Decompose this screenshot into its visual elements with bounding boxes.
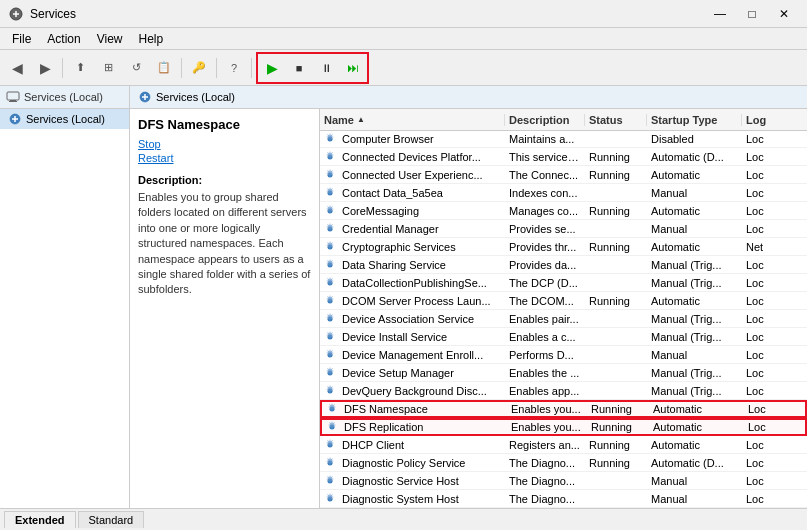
service-startup: Automatic (D...	[647, 151, 742, 163]
description-text: Enables you to group shared folders loca…	[138, 190, 311, 298]
service-startup: Manual (Trig...	[647, 277, 742, 289]
forward-button[interactable]: ▶	[32, 55, 58, 81]
stop-service-button[interactable]: ■	[286, 55, 312, 81]
toolbar: ◀ ▶ ⬆ ⊞ ↺ 📋 🔑 ? ▶ ■ ⏸ ⏭	[0, 50, 807, 86]
service-log: Loc	[742, 331, 782, 343]
service-description: Provides se...	[505, 223, 585, 235]
service-description: Maintains a...	[505, 133, 585, 145]
service-log: Loc	[742, 169, 782, 181]
service-log: Loc	[742, 367, 782, 379]
service-control-group: ▶ ■ ⏸ ⏭	[256, 52, 369, 84]
start-service-button[interactable]: ▶	[259, 55, 285, 81]
service-description: Enables pair...	[505, 313, 585, 325]
table-row[interactable]: Diagnostic Service HostThe Diagno...Manu…	[320, 472, 807, 490]
service-icon	[323, 204, 337, 218]
service-name: DHCP Client	[340, 439, 505, 451]
service-icon	[323, 330, 337, 344]
header-description[interactable]: Description	[505, 114, 585, 126]
services-list[interactable]: Computer BrowserMaintains a...DisabledLo…	[320, 131, 807, 508]
export-button[interactable]: 📋	[151, 55, 177, 81]
service-startup: Automatic	[647, 205, 742, 217]
table-row[interactable]: Connected Devices Platfor...This service…	[320, 148, 807, 166]
table-row[interactable]: Device Setup ManagerEnables the ...Manua…	[320, 364, 807, 382]
header-name[interactable]: Name ▲	[320, 114, 505, 126]
service-status: Running	[585, 169, 647, 181]
header-status[interactable]: Status	[585, 114, 647, 126]
stop-link[interactable]: Stop	[138, 138, 311, 150]
table-row[interactable]: Contact Data_5a5eaIndexes con...ManualLo…	[320, 184, 807, 202]
service-log: Loc	[742, 493, 782, 505]
table-row[interactable]: Device Association ServiceEnables pair..…	[320, 310, 807, 328]
table-row[interactable]: Cryptographic ServicesProvides thr...Run…	[320, 238, 807, 256]
table-row[interactable]: Credential ManagerProvides se...ManualLo…	[320, 220, 807, 238]
menu-file[interactable]: File	[4, 30, 39, 48]
table-row[interactable]: DevQuery Background Disc...Enables app..…	[320, 382, 807, 400]
restart-service-button[interactable]: ⏭	[340, 55, 366, 81]
service-status: Running	[585, 439, 647, 451]
table-row[interactable]: DataCollectionPublishingSe...The DCP (D.…	[320, 274, 807, 292]
title-bar-left: Services	[8, 6, 76, 22]
table-row[interactable]: CoreMessagingManages co...RunningAutomat…	[320, 202, 807, 220]
show-hide-button[interactable]: ⊞	[95, 55, 121, 81]
up-button[interactable]: ⬆	[67, 55, 93, 81]
table-row[interactable]: Connected User Experienc...The Connec...…	[320, 166, 807, 184]
service-icon	[323, 222, 337, 236]
service-status: Running	[585, 295, 647, 307]
tab-standard[interactable]: Standard	[78, 511, 145, 528]
left-panel: Services (Local) Services (Local)	[0, 86, 130, 508]
service-log: Loc	[742, 385, 782, 397]
table-row[interactable]: DFS NamespaceEnables you...RunningAutoma…	[320, 400, 807, 418]
title-bar: Services — □ ✕	[0, 0, 807, 28]
services-header-icon	[138, 90, 152, 104]
table-row[interactable]: DFS ReplicationEnables you...RunningAuto…	[320, 418, 807, 436]
service-icon	[323, 168, 337, 182]
service-name: Connected User Experienc...	[340, 169, 505, 181]
minimize-button[interactable]: —	[705, 4, 735, 24]
service-name: CoreMessaging	[340, 205, 505, 217]
service-log: Loc	[742, 259, 782, 271]
computer-icon	[6, 90, 20, 104]
service-startup: Manual (Trig...	[647, 313, 742, 325]
menu-action[interactable]: Action	[39, 30, 88, 48]
menu-bar: File Action View Help	[0, 28, 807, 50]
maximize-button[interactable]: □	[737, 4, 767, 24]
left-panel-header: Services (Local)	[0, 86, 129, 109]
pause-service-button[interactable]: ⏸	[313, 55, 339, 81]
help-button[interactable]: ?	[221, 55, 247, 81]
table-row[interactable]: Device Management Enroll...Performs D...…	[320, 346, 807, 364]
service-icon	[323, 438, 337, 452]
header-startup-type[interactable]: Startup Type	[647, 114, 742, 126]
restart-link[interactable]: Restart	[138, 152, 311, 164]
service-status: Running	[585, 151, 647, 163]
menu-help[interactable]: Help	[131, 30, 172, 48]
properties-button[interactable]: 🔑	[186, 55, 212, 81]
table-row[interactable]: Computer BrowserMaintains a...DisabledLo…	[320, 131, 807, 148]
table-row[interactable]: Device Install ServiceEnables a c...Manu…	[320, 328, 807, 346]
service-name: DevQuery Background Disc...	[340, 385, 505, 397]
tree-item-services-local[interactable]: Services (Local)	[0, 109, 129, 129]
table-row[interactable]: Data Sharing ServiceProvides da...Manual…	[320, 256, 807, 274]
services-local-icon	[8, 112, 22, 126]
tab-extended[interactable]: Extended	[4, 511, 76, 528]
menu-view[interactable]: View	[89, 30, 131, 48]
service-startup: Automatic	[647, 241, 742, 253]
service-name: Device Install Service	[340, 331, 505, 343]
service-icon	[323, 456, 337, 470]
table-row[interactable]: Diagnostic Policy ServiceThe Diagno...Ru…	[320, 454, 807, 472]
back-button[interactable]: ◀	[4, 55, 30, 81]
svg-rect-3	[9, 101, 17, 102]
service-name: Data Sharing Service	[340, 259, 505, 271]
close-button[interactable]: ✕	[769, 4, 799, 24]
left-header-label: Services (Local)	[24, 91, 103, 103]
table-row[interactable]: DCOM Server Process Laun...The DCOM...Ru…	[320, 292, 807, 310]
service-log: Loc	[742, 313, 782, 325]
service-icon	[323, 150, 337, 164]
service-name: Cryptographic Services	[340, 241, 505, 253]
refresh-button[interactable]: ↺	[123, 55, 149, 81]
service-description: Enables you...	[507, 403, 587, 415]
header-log-on[interactable]: Log	[742, 114, 782, 126]
service-status: Running	[585, 205, 647, 217]
table-row[interactable]: DHCP ClientRegisters an...RunningAutomat…	[320, 436, 807, 454]
service-description: Manages co...	[505, 205, 585, 217]
table-row[interactable]: Diagnostic System HostThe Diagno...Manua…	[320, 490, 807, 508]
